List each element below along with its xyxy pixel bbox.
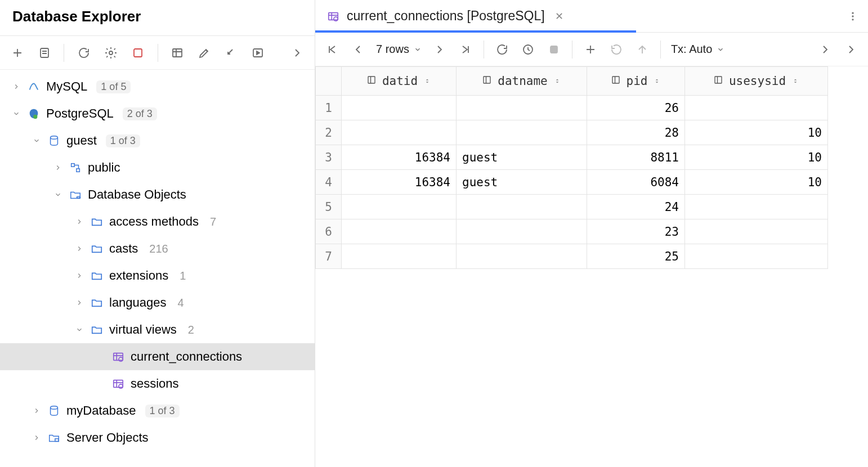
cell[interactable] bbox=[685, 195, 828, 219]
cell[interactable]: guest bbox=[457, 145, 587, 170]
revert-icon[interactable] bbox=[609, 42, 624, 57]
stop-icon[interactable] bbox=[131, 45, 145, 61]
cell[interactable] bbox=[342, 219, 457, 244]
cell[interactable] bbox=[342, 96, 457, 120]
cell[interactable]: 23 bbox=[587, 219, 685, 244]
chevron-right-icon[interactable] bbox=[53, 163, 63, 173]
table-view-icon[interactable] bbox=[170, 45, 185, 61]
query-console-icon[interactable] bbox=[37, 45, 52, 61]
sort-icon[interactable] bbox=[553, 74, 561, 88]
prev-result-icon[interactable] bbox=[817, 42, 833, 57]
cell[interactable]: 10 bbox=[685, 120, 828, 145]
tree-node-extensions[interactable]: extensions 1 bbox=[0, 262, 315, 289]
column-header-datname[interactable]: datname bbox=[457, 67, 587, 96]
auto-reload-icon[interactable] bbox=[520, 42, 536, 57]
cell[interactable]: guest bbox=[457, 170, 587, 195]
cell[interactable] bbox=[457, 219, 587, 244]
table-row[interactable]: 316384guest881110 bbox=[316, 145, 828, 170]
edit-icon[interactable] bbox=[197, 45, 212, 61]
row-number-cell[interactable]: 6 bbox=[316, 219, 342, 244]
cell[interactable]: 24 bbox=[587, 195, 685, 219]
chevron-down-icon[interactable] bbox=[32, 136, 42, 146]
tree-node-mydatabase[interactable]: myDatabase 1 of 3 bbox=[0, 397, 315, 424]
next-result-icon[interactable] bbox=[843, 42, 859, 57]
tree-node-current-connections[interactable]: current_connections bbox=[0, 343, 315, 370]
cell[interactable] bbox=[457, 244, 587, 269]
row-number-cell[interactable]: 5 bbox=[316, 195, 342, 219]
tx-mode-dropdown[interactable]: Tx: Auto bbox=[671, 43, 724, 56]
tree-node-server-objects[interactable]: Server Objects bbox=[0, 424, 315, 451]
cell[interactable]: 16384 bbox=[342, 170, 457, 195]
add-icon[interactable] bbox=[10, 45, 25, 61]
tree-node-languages[interactable]: languages 4 bbox=[0, 289, 315, 316]
table-row[interactable]: 126 bbox=[316, 96, 828, 120]
sort-icon[interactable] bbox=[653, 74, 661, 88]
tree-node-database-objects[interactable]: Database Objects bbox=[0, 181, 315, 208]
cell[interactable] bbox=[685, 244, 828, 269]
chevron-right-icon[interactable] bbox=[74, 244, 84, 254]
sort-icon[interactable] bbox=[423, 74, 431, 88]
cell[interactable]: 6084 bbox=[587, 170, 685, 195]
cell[interactable]: 16384 bbox=[342, 145, 457, 170]
tree-node-sessions[interactable]: sessions bbox=[0, 370, 315, 397]
cell[interactable] bbox=[342, 244, 457, 269]
prev-page-icon[interactable] bbox=[350, 42, 366, 57]
chevron-down-icon[interactable] bbox=[74, 325, 84, 335]
rows-dropdown[interactable]: 7 rows bbox=[376, 43, 422, 56]
tree-node-virtual-views[interactable]: virtual views 2 bbox=[0, 316, 315, 343]
cell[interactable]: 26 bbox=[587, 96, 685, 120]
chevron-right-icon[interactable] bbox=[74, 217, 84, 227]
table-row[interactable]: 623 bbox=[316, 219, 828, 244]
jump-to-source-icon[interactable] bbox=[224, 45, 239, 61]
data-grid[interactable]: datiddatnamepidusesysid12622810316384gue… bbox=[315, 66, 868, 467]
column-header-pid[interactable]: pid bbox=[587, 67, 685, 96]
tree-node-public[interactable]: public bbox=[0, 154, 315, 181]
row-number-cell[interactable]: 4 bbox=[316, 170, 342, 195]
first-page-icon[interactable] bbox=[324, 42, 340, 57]
cell[interactable] bbox=[685, 219, 828, 244]
close-tab-icon[interactable]: ✕ bbox=[555, 10, 563, 23]
cell[interactable]: 28 bbox=[587, 120, 685, 145]
chevron-right-icon[interactable] bbox=[74, 298, 84, 308]
chevron-right-icon[interactable] bbox=[32, 433, 42, 443]
tree-node-postgresql[interactable]: PostgreSQL 2 of 3 bbox=[0, 100, 315, 127]
refresh-icon[interactable] bbox=[77, 45, 91, 61]
table-row[interactable]: 416384guest608410 bbox=[316, 170, 828, 195]
chevron-right-icon[interactable] bbox=[74, 271, 84, 281]
column-header-usesysid[interactable]: usesysid bbox=[685, 67, 828, 96]
table-row[interactable]: 22810 bbox=[316, 120, 828, 145]
run-icon[interactable] bbox=[251, 45, 266, 61]
cell[interactable]: 8811 bbox=[587, 145, 685, 170]
tree-node-access-methods[interactable]: access methods 7 bbox=[0, 208, 315, 235]
submit-icon[interactable] bbox=[634, 42, 650, 57]
row-number-cell[interactable]: 1 bbox=[316, 96, 342, 120]
cell[interactable] bbox=[342, 195, 457, 219]
last-page-icon[interactable] bbox=[458, 42, 473, 57]
column-header-datid[interactable]: datid bbox=[342, 67, 457, 96]
table-row[interactable]: 725 bbox=[316, 244, 828, 269]
cell[interactable] bbox=[457, 120, 587, 145]
cell[interactable] bbox=[342, 120, 457, 145]
expand-icon[interactable] bbox=[290, 45, 305, 61]
cancel-query-icon[interactable] bbox=[546, 42, 562, 57]
more-options-icon[interactable] bbox=[843, 7, 862, 26]
tree-node-casts[interactable]: casts 216 bbox=[0, 235, 315, 262]
chevron-down-icon[interactable] bbox=[53, 190, 63, 200]
row-number-cell[interactable]: 2 bbox=[316, 120, 342, 145]
row-number-header[interactable] bbox=[316, 67, 342, 96]
tree-node-guest[interactable]: guest 1 of 3 bbox=[0, 127, 315, 154]
sort-icon[interactable] bbox=[791, 74, 799, 88]
cell[interactable]: 10 bbox=[685, 145, 828, 170]
tab-current-connections[interactable]: current_connections [PostgreSQL] ✕ bbox=[315, 0, 575, 33]
tree-node-mysql[interactable]: MySQL 1 of 5 bbox=[0, 73, 315, 100]
reload-icon[interactable] bbox=[494, 42, 510, 57]
row-number-cell[interactable]: 7 bbox=[316, 244, 342, 269]
table-row[interactable]: 524 bbox=[316, 195, 828, 219]
cell[interactable] bbox=[457, 96, 587, 120]
next-page-icon[interactable] bbox=[432, 42, 448, 57]
add-row-icon[interactable] bbox=[583, 42, 598, 57]
chevron-right-icon[interactable] bbox=[32, 406, 42, 416]
cell[interactable] bbox=[457, 195, 587, 219]
cell[interactable] bbox=[685, 96, 828, 120]
chevron-right-icon[interactable] bbox=[11, 82, 21, 92]
